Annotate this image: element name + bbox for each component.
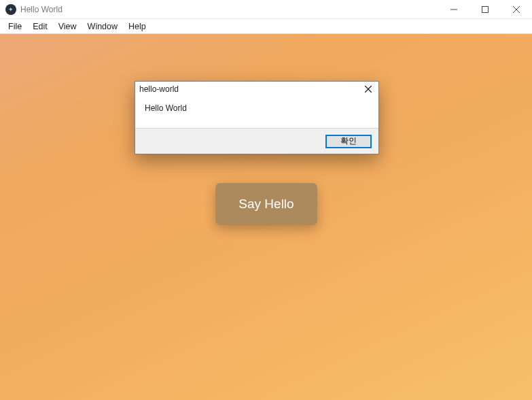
dialog-body: Hello World	[135, 97, 378, 128]
window-controls	[438, 0, 532, 18]
menu-view[interactable]: View	[53, 20, 82, 33]
dialog-ok-button[interactable]: 확인	[325, 135, 372, 148]
alert-dialog: hello-world Hello World 확인	[135, 81, 379, 154]
dialog-message: Hello World	[145, 103, 187, 113]
dialog-close-button[interactable]	[361, 83, 376, 95]
menu-window[interactable]: Window	[82, 20, 123, 33]
dialog-title: hello-world	[139, 84, 361, 94]
close-button[interactable]	[501, 0, 532, 19]
menu-edit[interactable]: Edit	[27, 20, 53, 33]
app-icon: ✦	[5, 4, 16, 15]
window-title: Hello World	[20, 5, 63, 14]
maximize-button[interactable]	[469, 0, 501, 19]
menu-help[interactable]: Help	[123, 20, 152, 33]
maximize-icon	[482, 6, 489, 13]
menubar: File Edit View Window Help	[0, 19, 532, 34]
titlebar: ✦ Hello World	[0, 0, 532, 19]
close-icon	[365, 86, 372, 93]
dialog-footer: 확인	[135, 128, 378, 154]
svg-rect-1	[482, 7, 489, 13]
minimize-button[interactable]	[438, 0, 469, 19]
close-icon	[513, 6, 520, 13]
say-hello-label: Say Hello	[238, 197, 294, 212]
minimize-icon	[450, 6, 457, 13]
menu-file[interactable]: File	[3, 20, 27, 33]
dialog-ok-label: 확인	[340, 135, 357, 147]
say-hello-button[interactable]: Say Hello	[215, 183, 317, 225]
content-area: Say Hello hello-world Hello World 확인	[0, 34, 532, 400]
dialog-header[interactable]: hello-world	[135, 82, 378, 97]
